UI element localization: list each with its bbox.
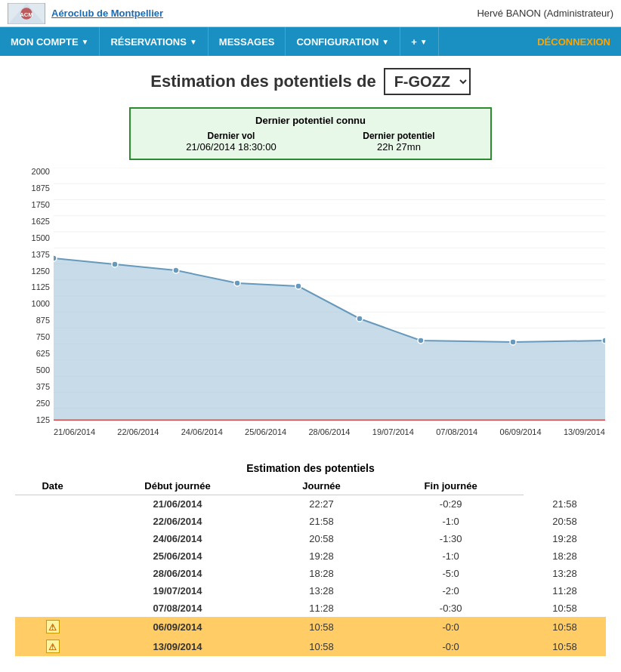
info-box-title: Dernier potentiel connu: [143, 115, 478, 126]
nav-deconnexion[interactable]: DÉCONNEXION: [527, 27, 621, 56]
main-content: Estimation des potentiels de F-GOZZ Dern…: [0, 56, 621, 668]
chevron-down-icon: ▼: [420, 38, 428, 46]
x-axis-label: 07/08/2014: [436, 427, 477, 436]
warning-cell: [15, 582, 90, 600]
table-row: 24/06/201420:58-1:3019:28: [15, 530, 606, 547]
x-axis-label: 13/09/2014: [564, 427, 605, 436]
cell-fin: 20:58: [524, 513, 606, 530]
cell-fin: 11:28: [524, 582, 606, 600]
svg-point-29: [418, 338, 424, 344]
nav-plus[interactable]: + ▼: [400, 27, 439, 56]
warning-cell: [15, 547, 90, 565]
y-axis-label: 1625: [32, 217, 50, 226]
cell-debut: 21:58: [265, 513, 378, 530]
nav-mon-compte[interactable]: MON COMPTE ▼: [0, 27, 100, 56]
warning-cell: ⚠: [15, 637, 90, 656]
cell-date: 07/08/2014: [90, 600, 265, 617]
x-axis-label: 21/06/2014: [54, 427, 95, 436]
cell-date: 19/07/2014: [90, 582, 265, 600]
cell-date: 06/09/2014: [90, 617, 265, 637]
y-axis-label: 625: [36, 350, 50, 358]
svg-marker-22: [54, 258, 605, 420]
cell-debut: 10:58: [265, 637, 378, 656]
chart-area: [54, 168, 605, 424]
y-axis-label: 1125: [32, 283, 50, 291]
table-row: 21/06/201422:27-0:2921:58: [15, 495, 606, 513]
cell-debut: 19:28: [265, 547, 378, 565]
cell-fin: 10:58: [524, 600, 606, 617]
y-axis-label: 1375: [32, 251, 50, 259]
cell-fin: 10:58: [524, 617, 606, 637]
cell-debut: 20:58: [265, 530, 378, 547]
x-axis-label: 24/06/2014: [181, 427, 223, 436]
cell-fin: 21:58: [524, 495, 606, 513]
logo-image: ACM: [8, 3, 45, 24]
user-info: Hervé BANON (Administrateur): [477, 8, 613, 19]
table-row: 07/08/201411:28-0:3010:58: [15, 600, 606, 617]
cell-debut: 13:28: [265, 582, 378, 600]
top-bar: ACM Aéroclub de Montpellier Hervé BANON …: [0, 0, 621, 27]
warning-cell: [15, 530, 90, 547]
cell-debut: 10:58: [265, 617, 378, 637]
x-axis-label: 19/07/2014: [372, 427, 414, 436]
info-box: Dernier potentiel connu Dernier vol 21/0…: [129, 107, 492, 160]
table-title: Estimation des potentiels: [15, 462, 606, 474]
logo-area: ACM Aéroclub de Montpellier: [8, 3, 163, 24]
cell-journee: -0:0: [378, 637, 524, 656]
y-axis-label: 750: [36, 333, 50, 341]
cell-fin: 19:28: [524, 530, 606, 547]
nav-configuration[interactable]: CONFIGURATION ▼: [286, 27, 400, 56]
chevron-down-icon: ▼: [382, 38, 389, 46]
cell-journee: -0:30: [378, 600, 524, 617]
svg-point-28: [357, 316, 363, 322]
nav-bar: MON COMPTE ▼ RÉSERVATIONS ▼ MESSAGES CON…: [0, 27, 621, 56]
x-axis-label: 22/06/2014: [117, 427, 159, 436]
warning-cell: [15, 495, 90, 513]
y-axis-label: 1875: [32, 184, 50, 193]
chart-y-axis: 2000187517501625150013751250112510008757…: [16, 168, 54, 424]
chevron-down-icon: ▼: [190, 38, 197, 46]
x-axis-label: 25/06/2014: [245, 427, 286, 436]
table-row: 22/06/201421:58-1:020:58: [15, 513, 606, 530]
warning-cell: [15, 513, 90, 530]
cell-date: 24/06/2014: [90, 530, 265, 547]
cell-fin: 13:28: [524, 565, 606, 582]
warning-cell: ⚠: [15, 617, 90, 637]
svg-point-24: [112, 261, 118, 267]
svg-point-31: [602, 338, 605, 344]
table-row: 28/06/201418:28-5:013:28: [15, 565, 606, 582]
y-axis-label: 875: [36, 316, 50, 325]
cell-journee: -1:0: [378, 547, 524, 565]
cell-journee: -2:0: [378, 582, 524, 600]
y-axis-label: 250: [36, 399, 50, 408]
chart-container: 2000187517501625150013751250112510008757…: [16, 168, 605, 455]
table-row: ⚠06/09/201410:58-0:010:58: [15, 617, 606, 637]
col-header-journee: Journée: [265, 477, 378, 495]
table-row: 19/07/201413:28-2:011:28: [15, 582, 606, 600]
cell-journee: -5:0: [378, 565, 524, 582]
chart-svg: [54, 168, 605, 424]
y-axis-label: 2000: [32, 168, 50, 176]
logo-text[interactable]: Aéroclub de Montpellier: [51, 8, 163, 19]
y-axis-label: 1500: [32, 234, 50, 242]
cell-journee: -1:0: [378, 513, 524, 530]
cell-debut: 18:28: [265, 565, 378, 582]
cell-date: 21/06/2014: [90, 495, 265, 513]
page-title: Estimation des potentiels de F-GOZZ: [15, 68, 606, 95]
y-axis-label: 1250: [32, 267, 50, 276]
table-row: ⚠13/09/201410:58-0:010:58: [15, 637, 606, 656]
svg-point-27: [295, 283, 301, 289]
col-header-debut: Début journée: [90, 477, 265, 495]
aircraft-select[interactable]: F-GOZZ: [384, 68, 471, 95]
y-axis-label: 1000: [32, 300, 50, 308]
cell-journee: -0:0: [378, 617, 524, 637]
cell-debut: 11:28: [265, 600, 378, 617]
table-row: 25/06/201419:28-1:018:28: [15, 547, 606, 565]
nav-reservations[interactable]: RÉSERVATIONS ▼: [100, 27, 208, 56]
table-section: Estimation des potentiels Date Début jou…: [15, 462, 606, 656]
svg-point-25: [173, 267, 179, 273]
x-axis-label: 28/06/2014: [308, 427, 350, 436]
nav-messages[interactable]: MESSAGES: [209, 27, 286, 56]
cell-fin: 18:28: [524, 547, 606, 565]
cell-journee: -1:30: [378, 530, 524, 547]
